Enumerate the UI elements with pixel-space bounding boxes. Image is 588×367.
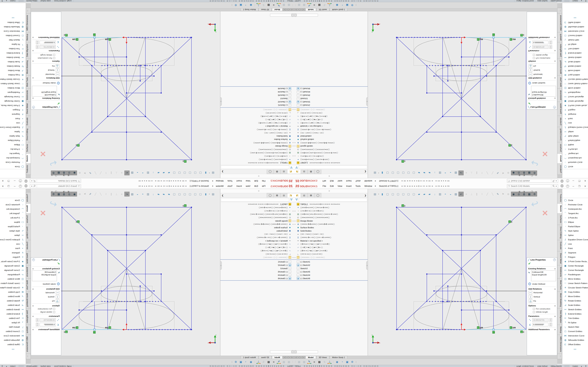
sketch-tool-item[interactable]: ╮ Sketch Fillet [0,325,26,329]
view-toolbar-icon[interactable]: ▮ [203,171,208,175]
sketch-tool-item[interactable]: ∿ Style Spline [0,134,26,138]
search-icon[interactable] [552,185,555,187]
sketch-tool-item[interactable]: ∷ Linear Sketch Pattern [0,82,26,86]
command-manager-tab[interactable]: Mesh Modeling [26,291,31,309]
bottom-toolbar-icon[interactable]: ⋮ [292,360,294,364]
sketch-tool-item[interactable]: ✂ Trim Entities [0,316,26,320]
doc-window-control-icon[interactable]: ◧ [67,191,69,193]
bottom-toolbar-icon[interactable]: ⚙ [234,360,238,364]
doc-window-control-icon[interactable]: ◧ [519,191,521,193]
help-icon[interactable]: ? [32,259,35,261]
panel-splitter-handle[interactable]: ⊙ [366,98,368,106]
sketch-tool-item[interactable]: ⊿ Scale Entities [562,60,588,64]
doc-window-control-icon[interactable]: ─ [59,191,61,193]
tree-row[interactable]: ◴ ◯Ƨ5●◎Ƨ5И3Ɛ5Ƨ◯◦◯5Ƨ3ЄИ5Ƨ◎●5Ƨ◯ [220,216,294,219]
view-toolbar-icon[interactable]: ∥ [109,192,114,196]
command-manager-tab[interactable]: Weldments [26,88,31,102]
tree-row[interactable]: ∟ ◯ИN◦ƃe◦●◎◯◦◯◎●◦eƃ◦NИ◯ [294,252,368,256]
document-view-tab[interactable]: Model [272,356,282,359]
angle-input[interactable]: 0.00000000° [532,323,548,326]
user-profile-icon[interactable] [560,179,564,183]
view-toolbar-icon[interactable]: ↩ [124,192,130,196]
view-toolbar-icon[interactable]: ✎ [88,171,93,175]
selected-construction-rects[interactable] [79,37,174,81]
sketch-tool-item[interactable]: ◯ Ellipse [562,220,588,224]
view-toolbar-icon[interactable]: ◉ [72,171,77,175]
view-toolbar-icon[interactable]: ▨ [453,192,458,196]
view-toolbar-icon[interactable]: ▢ [401,192,406,196]
view-toolbar-icon[interactable]: ◓ [140,171,145,175]
search-dropdown-icon[interactable]: ▾ [31,180,33,182]
view-toolbar-icon[interactable]: ▢ [172,171,177,175]
view-toolbar-icon[interactable]: ▥ [146,171,150,175]
minimize-button[interactable]: ─ [571,185,575,188]
sketch-tool-item[interactable]: ◍ Silhouette Entities [562,338,588,342]
bottom-toolbar-icon[interactable]: ⋮ [254,360,256,364]
tree-bottom-field[interactable] [270,350,291,353]
bottom-toolbar-icon[interactable]: ≡ [272,3,276,7]
units-selector[interactable]: Custom [10,365,16,367]
view-toolbar-icon[interactable]: ▢ [187,192,192,196]
more-tools-chevron[interactable]: »» [0,348,26,351]
view-toolbar-icon[interactable]: ✎ [495,171,500,175]
doc-window-control-icon[interactable]: ◨ [63,191,65,193]
command-manager-tab[interactable]: Sheet Metal [26,251,31,265]
doc-window-control-icon[interactable]: ✕ [535,191,537,193]
expand-arrow-icon[interactable]: ▸ [291,257,293,258]
add-relation-item[interactable]: — Horizontal [527,72,557,76]
bottom-toolbar-icon[interactable]: ⇅ [261,360,266,364]
help-icon[interactable]: ? [19,185,22,188]
expand-arrow-icon[interactable]: ▸ [291,145,293,147]
view-toolbar-icon[interactable]: ◒ [135,171,140,175]
view-toolbar-icon[interactable]: ≡ [119,171,124,175]
tree-row[interactable]: ▸ ❒ ◯Ƨ53ƐИИA∩·◯◦◯·∩AИИƐ35Ƨ◯ [220,108,294,111]
command-manager-tab[interactable]: Sketch [26,153,31,164]
tree-bottom-field[interactable] [270,14,291,17]
bottom-toolbar-icon[interactable]: ⋮ [294,3,296,7]
view-toolbar-icon[interactable]: ▢ [406,192,411,196]
view-toolbar-icon[interactable]: ╱ [485,192,490,196]
bottom-toolbar-icon[interactable]: ⊥ [328,3,332,7]
close-button[interactable]: ✕ [583,185,587,188]
tree-row[interactable]: ✦ ◯Ƨ53Ɛ╋◦●◎ΛAΦ◯◦◯ΦAΛ◎●◦╋Ɛ35Ƨ◯ [294,206,368,209]
view-toolbar-icon[interactable]: ◉ [511,171,516,175]
tree-row[interactable]: ▸ A ◯Ƨ5ИИ◎◦╋A╋◎ИИA◯◦◯AИИ◎╋A╋◦◎ИИ5Ƨ◯ [220,223,294,226]
length-input[interactable]: 10.88152731 [532,45,548,49]
view-toolbar-icon[interactable]: ◒ [448,192,453,196]
command-manager-tab[interactable]: Sketch [557,153,562,164]
sketch-tool-item[interactable]: ╰ Fit Spline [0,42,26,47]
command-manager-tab[interactable]: Surfaces [557,142,562,154]
view-toolbar-icon[interactable]: ⌇ [479,171,484,175]
tree-filter-input[interactable] [221,166,289,169]
units-caret-icon[interactable]: ▴ [581,0,582,2]
units-selector[interactable]: Custom [10,0,16,2]
help-icon[interactable]: ? [32,106,35,108]
view-toolbar-icon[interactable]: ⌇ [104,171,109,175]
bottom-toolbar-icon[interactable]: ❘ [355,3,357,7]
doc-window-control-icon[interactable]: ❐ [55,191,57,193]
command-manager-tab[interactable]: Mold Tools [26,278,31,292]
doc-window-control-icon[interactable]: ◨ [523,191,525,193]
bottom-toolbar-icon[interactable]: ▩ [282,3,286,7]
sketch-tool-item[interactable]: ◊ Polygon [0,108,26,112]
document-view-tab[interactable]: 3D Views [316,356,329,359]
bottom-toolbar-icon[interactable]: ⊥ [328,360,332,364]
sketch-tool-item[interactable]: ∾ Spline [0,130,26,134]
view-toolbar-icon[interactable]: ↓ [432,171,437,175]
pane-toggle-chevrons[interactable]: ⌃⌄ [294,13,296,17]
command-manager-tab[interactable]: Surfaces [26,142,31,154]
sketch-tool-item[interactable]: ◔ Partial Ellipse [562,138,588,143]
sketch-tree-row[interactable]: ▱ (-) Sketch4 [294,273,368,277]
sketch-tool-item[interactable]: ╰ Fit Spline [562,320,588,325]
document-view-tab[interactable]: Model [306,8,316,11]
sketch-tool-item[interactable]: ◻ Convert Entities [0,33,26,38]
relations-listbox[interactable]: Collinear108Equal length109 [531,86,556,97]
tree-row[interactable]: ▸ ❒ ◯Ƨ53ƐИИA∩·◯◦◯·∩AИИƐ35Ƨ◯ [220,256,294,259]
tree-row[interactable]: ▣ Solid Bodies [294,134,368,138]
more-tools-chevron[interactable]: »» [562,16,588,19]
tree-row[interactable]: ▱ ◯╋Zƃe◦●◯✳◉[◯◦◯]◉✳◯●◦eƃZ╋◯ [220,115,294,118]
tab-scroll-button[interactable]: ❘◂ [291,356,294,359]
menu-item[interactable]: Window [214,178,225,184]
tab-scroll-button[interactable]: ▸❘ [283,356,285,359]
bottom-toolbar-icon[interactable]: ▩ [297,3,301,7]
